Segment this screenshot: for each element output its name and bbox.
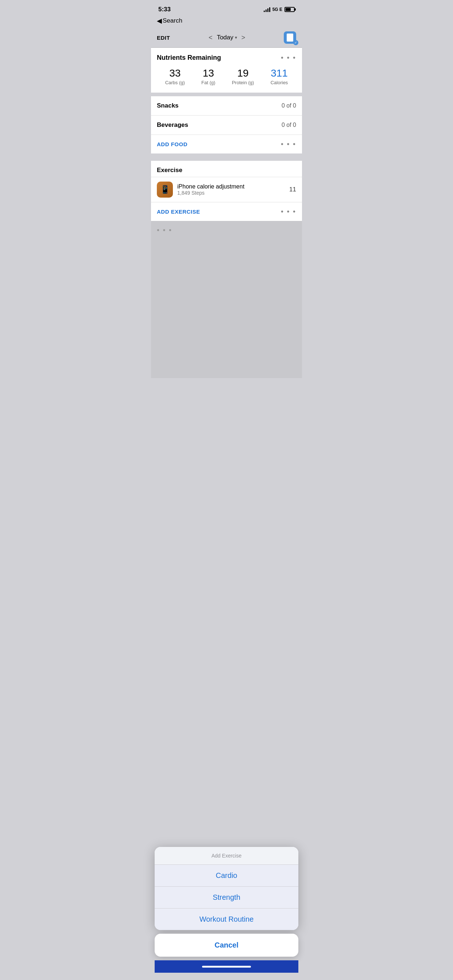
food-more-button[interactable]: • • • <box>281 140 296 148</box>
back-arrow-icon: ◀ <box>157 17 162 25</box>
protein-label: Protein (g) <box>232 80 254 85</box>
date-chevron-icon[interactable]: ▾ <box>235 35 237 40</box>
snacks-value: 0 of 0 <box>282 102 296 109</box>
add-exercise-button[interactable]: ADD EXERCISE <box>157 208 200 215</box>
background-fill <box>151 240 302 378</box>
food-section: Snacks 0 of 0 Beverages 0 of 0 ADD FOOD … <box>151 96 302 153</box>
battery-fill <box>286 8 291 11</box>
calories-value: 311 <box>271 68 288 79</box>
exercise-header: Exercise <box>151 161 302 177</box>
log-book-icon <box>287 33 293 41</box>
nutrients-grid: 33 Carbs (g) 13 Fat (g) 19 Protein (g) 3… <box>157 68 296 85</box>
exercise-info: iPhone calorie adjustment 1,849 Steps <box>177 183 285 196</box>
current-date-label: Today ▾ <box>217 34 237 41</box>
iphone-app-icon: 📱 <box>157 181 173 197</box>
add-food-row: ADD FOOD • • • <box>151 135 302 153</box>
add-food-button[interactable]: ADD FOOD <box>157 141 187 147</box>
dimmed-background: • • • <box>151 221 302 240</box>
exercise-steps: 1,849 Steps <box>177 190 285 196</box>
nutrients-section: Nutrients Remaining • • • 33 Carbs (g) 1… <box>151 48 302 92</box>
calories-nutrient: 311 Calories <box>271 68 288 85</box>
beverages-title: Beverages <box>157 121 188 129</box>
back-label: Search <box>163 17 182 24</box>
fat-value: 13 <box>201 68 215 79</box>
status-bar: 5:33 5G E <box>151 0 302 16</box>
calories-label: Calories <box>271 80 288 85</box>
carbs-nutrient: 33 Carbs (g) <box>165 68 185 85</box>
edit-button[interactable]: EDIT <box>157 35 170 41</box>
exercise-entry[interactable]: 📱 iPhone calorie adjustment 1,849 Steps … <box>151 177 302 202</box>
phone-icon: 📱 <box>160 185 170 194</box>
exercise-title: Exercise <box>157 167 182 173</box>
carbs-value: 33 <box>165 68 185 79</box>
next-date-button[interactable]: > <box>241 34 246 41</box>
dimmed-dots: • • • <box>157 226 172 234</box>
beverages-value: 0 of 0 <box>282 122 296 128</box>
status-icons: 5G E <box>264 7 295 12</box>
log-check-icon: ✓ <box>293 40 298 45</box>
nutrients-title: Nutrients Remaining <box>157 54 221 62</box>
nutrients-header: Nutrients Remaining • • • <box>157 54 296 62</box>
carbs-label: Carbs (g) <box>165 80 185 85</box>
exercise-section: Exercise 📱 iPhone calorie adjustment 1,8… <box>151 161 302 221</box>
beverages-row[interactable]: Beverages 0 of 0 <box>151 116 302 135</box>
exercise-calories: 11 <box>289 186 296 193</box>
toolbar: EDIT < Today ▾ > ✓ <box>151 28 302 48</box>
protein-nutrient: 19 Protein (g) <box>232 68 254 85</box>
exercise-name: iPhone calorie adjustment <box>177 183 285 190</box>
section-separator-2 <box>151 153 302 157</box>
fat-label: Fat (g) <box>201 80 215 85</box>
snacks-row[interactable]: Snacks 0 of 0 <box>151 96 302 116</box>
battery-icon <box>284 7 295 12</box>
log-complete-button[interactable]: ✓ <box>284 31 296 44</box>
prev-date-button[interactable]: < <box>209 34 213 41</box>
network-label: 5G E <box>273 7 282 12</box>
snacks-title: Snacks <box>157 102 179 110</box>
signal-bars-icon <box>264 7 270 12</box>
fat-nutrient: 13 Fat (g) <box>201 68 215 85</box>
date-navigation: < Today ▾ > <box>209 34 245 41</box>
nutrients-more-button[interactable]: • • • <box>281 54 296 62</box>
status-time: 5:33 <box>158 6 171 13</box>
section-separator-1 <box>151 92 302 96</box>
add-exercise-row: ADD EXERCISE • • • <box>151 202 302 221</box>
exercise-more-button[interactable]: • • • <box>281 207 296 216</box>
back-navigation[interactable]: ◀ Search <box>151 16 302 28</box>
protein-value: 19 <box>232 68 254 79</box>
